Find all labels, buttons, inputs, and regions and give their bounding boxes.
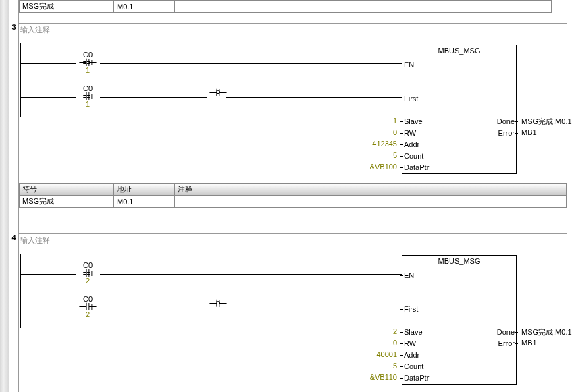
ladder-area: C0 ⊣==I⊢ 2 C0 ⊣==I⊢ 2 ⊣P⊢ MBUS_MSG EN Fi… (20, 248, 567, 392)
contact: C0 ⊣==I⊢ 1 (74, 51, 101, 74)
rung-number: 3 (9, 23, 18, 31)
pin-label: Addr (404, 351, 419, 359)
hdr-comment: 注释 (175, 184, 567, 196)
network-comment[interactable]: 输入注释 (19, 23, 567, 38)
pin-label: First (404, 305, 418, 313)
ladder-area: C0 ⊣==I⊢ 1 C0 ⊣==I⊢ 1 ⊣P⊢ MBUS_MSG (20, 38, 567, 183)
pin-label: RW (404, 339, 416, 347)
pin-label: Slave (404, 328, 423, 336)
cell-addr: M0.1 (114, 1, 175, 13)
pin-value[interactable]: 412345 (357, 140, 397, 148)
network-4: 4 输入注释 C0 ⊣==I⊢ 2 C0 ⊣==I⊢ 2 ⊣P⊢ (0, 233, 572, 392)
pin-label: Error (498, 339, 515, 347)
cell-symbol: MSG完成 (20, 196, 114, 208)
pin-label: First (404, 94, 418, 103)
cell-symbol: MSG完成 (20, 1, 114, 13)
symbol-table: 符号 地址 注释 MSG完成 M0.1 (19, 183, 567, 208)
contact: C0 ⊣==I⊢ 2 (74, 262, 101, 285)
edge-contact: ⊣P⊢ (205, 89, 232, 97)
cell-comment (175, 196, 567, 208)
fbd-block: MBUS_MSG EN First Slave RW Addr Count Da… (402, 255, 517, 385)
pin-label: Count (404, 152, 423, 160)
pin-label: Count (404, 362, 423, 370)
network-3: 3 输入注释 C0 ⊣==I⊢ 1 C0 ⊣==I⊢ 1 (0, 23, 572, 225)
pin-value[interactable]: &VB110 (357, 373, 397, 381)
pin-value[interactable]: 0 (357, 339, 397, 347)
pin-value[interactable]: 2 (357, 327, 397, 335)
pin-value[interactable]: 0 (357, 128, 397, 136)
hdr-addr: 地址 (114, 184, 175, 196)
block-title: MBUS_MSG (402, 45, 516, 57)
pin-label: Done (497, 117, 515, 125)
table-header: 符号 地址 注释 (20, 184, 567, 196)
pin-value[interactable]: MB1 (521, 128, 572, 136)
pin-label: Error (498, 129, 515, 137)
symbol-table-partial: MSG完成 M0.1 (19, 0, 552, 13)
table-row: MSG完成 M0.1 (20, 1, 552, 13)
pin-label: EN (404, 271, 414, 279)
pin-value[interactable]: MB1 (521, 339, 572, 347)
pin-label: Addr (404, 140, 419, 148)
contact: C0 ⊣==I⊢ 2 (74, 296, 101, 318)
pin-value[interactable]: MSG完成:M0.1 (521, 327, 572, 337)
cell-comment (175, 1, 552, 13)
table-row: MSG完成 M0.1 (20, 196, 567, 208)
pin-label: RW (404, 129, 416, 137)
pin-value[interactable]: &VB100 (357, 163, 397, 171)
fbd-block: MBUS_MSG EN First Slave RW Addr Count Da… (402, 45, 517, 174)
pin-label: Done (497, 328, 515, 336)
block-title: MBUS_MSG (402, 256, 516, 268)
pin-value[interactable]: 1 (357, 117, 397, 125)
pin-label: EN (404, 61, 414, 69)
partial-top-row: MSG完成 M0.1 (0, 0, 572, 15)
edge-contact: ⊣P⊢ (205, 300, 232, 308)
pin-value[interactable]: 40001 (357, 350, 397, 358)
pin-label: DataPtr (404, 374, 429, 382)
contact: C0 ⊣==I⊢ 1 (74, 85, 101, 108)
pin-value[interactable]: MSG完成:M0.1 (521, 117, 572, 127)
pin-label: DataPtr (404, 163, 429, 171)
network-comment[interactable]: 输入注释 (19, 233, 567, 248)
pin-value[interactable]: 5 (357, 362, 397, 370)
pin-label: Slave (404, 117, 423, 125)
cell-addr: M0.1 (114, 196, 175, 208)
rung-number: 4 (9, 233, 18, 242)
hdr-symbol: 符号 (20, 184, 114, 196)
pin-value[interactable]: 5 (357, 151, 397, 159)
